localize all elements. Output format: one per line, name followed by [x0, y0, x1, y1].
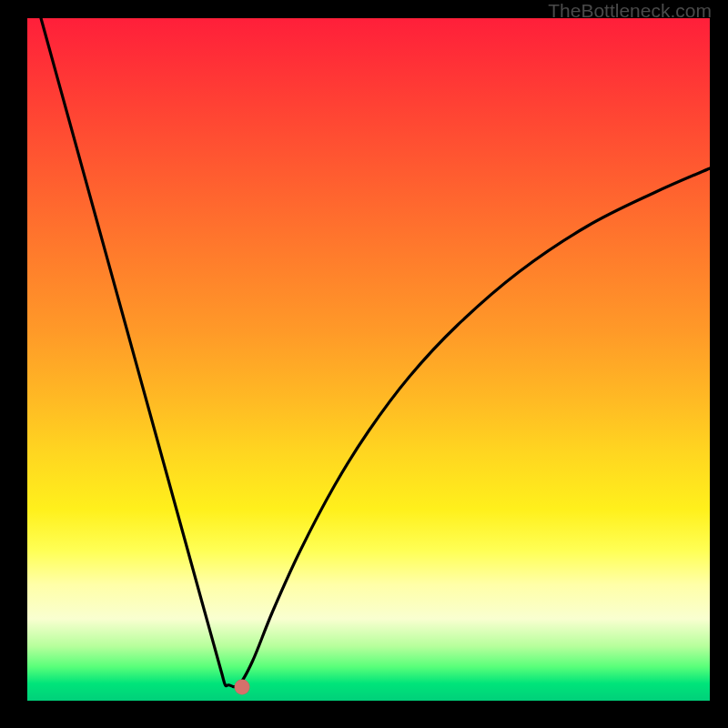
plot-area	[27, 18, 710, 701]
curve-svg	[27, 18, 710, 701]
watermark-text: TheBottleneck.com	[548, 0, 712, 22]
bottleneck-curve	[41, 18, 710, 687]
minimum-marker-icon	[235, 680, 250, 695]
chart-container: TheBottleneck.com	[0, 0, 728, 728]
